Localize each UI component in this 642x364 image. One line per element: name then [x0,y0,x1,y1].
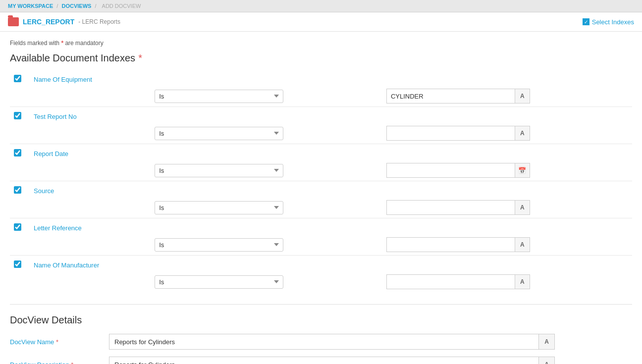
report-name: - LERC Reports [78,18,120,25]
docview-name-label: DocView Name * [10,338,109,346]
value-input-name-of-manufacturer[interactable] [386,274,515,289]
value-cell-name-of-equipment: A [386,89,628,104]
header-bar: LERC_REPORT - LERC Reports ✓ Select Inde… [0,12,642,32]
operator-select-letter-reference[interactable]: IsIs NotContainsStarts WithEnds With [155,238,283,252]
select-indexes-button[interactable]: ✓ Select Indexes [583,18,634,26]
index-label-name-of-manufacturer: Name Of Manufacturer [30,256,151,272]
operator-select-name-of-equipment[interactable]: IsIs NotContainsStarts WithEnds With [155,90,283,103]
index-checkbox-test-report-no[interactable] [14,112,21,119]
operator-select-source[interactable]: IsIs NotContainsStarts WithEnds With [155,201,283,214]
value-input-test-report-no[interactable] [386,126,515,141]
text-btn-name-of-manufacturer[interactable]: A [515,274,530,289]
content-area: Fields marked with * are mandatory Avail… [0,32,642,364]
value-cell-source: A [386,200,628,215]
index-checkbox-source[interactable] [14,186,21,194]
mandatory-note: Fields marked with * are mandatory [10,40,632,47]
index-label-letter-reference: Letter Reference [30,218,151,235]
calendar-btn-report-date[interactable]: 📅 [515,163,530,178]
text-btn-name-of-equipment[interactable]: A [515,89,530,104]
operator-select-test-report-no[interactable]: IsIs NotContainsStarts WithEnds With [155,127,283,140]
title-asterisk: * [138,52,142,64]
value-cell-report-date: 📅 [386,163,628,178]
docview-name-input[interactable] [109,334,539,350]
docview-name-row: DocView Name * A [10,334,632,350]
folder-icon [8,17,19,26]
value-cell-letter-reference: A [386,237,628,252]
value-input-source[interactable] [386,200,515,215]
index-label-row: Report Date [10,144,632,161]
breadcrumb-current: ADD DOCVIEW [102,3,141,9]
breadcrumb-my-workspace[interactable]: MY WORKSPACE [8,3,53,9]
index-label-row: Name Of Equipment [10,70,632,86]
value-input-report-date[interactable] [386,163,515,178]
index-label-row: Name Of Manufacturer [10,256,632,272]
text-btn-source[interactable]: A [515,200,530,215]
docview-name-input-wrap: A [109,334,555,350]
index-label-source: Source [30,181,151,198]
docview-desc-row: DocView Description * A [10,357,632,364]
available-indexes-title: Available Document Indexes * [10,52,632,64]
index-checkbox-report-date[interactable] [14,149,21,156]
value-cell-test-report-no: A [386,126,628,141]
index-input-row: IsIs NotContainsStarts WithEnds With A [10,235,632,256]
value-cell-name-of-manufacturer: A [386,274,628,289]
docview-desc-input[interactable] [109,357,539,364]
operator-select-name-of-manufacturer[interactable]: IsIs NotContainsStarts WithEnds With [155,275,283,289]
index-checkbox-name-of-manufacturer[interactable] [14,260,21,268]
select-indexes-label: Select Indexes [592,18,634,26]
index-checkbox-name-of-equipment[interactable] [14,75,21,82]
index-input-row: IsIs NotContainsStarts WithEnds With 📅 [10,160,632,181]
index-input-row: IsIs NotContainsStarts WithEnds With A [10,86,632,107]
docview-name-btn[interactable]: A [539,334,555,350]
report-id: LERC_REPORT [23,18,74,26]
docview-desc-label: DocView Description * [10,361,109,364]
docview-desc-input-wrap: A [109,357,555,364]
index-input-row: IsIs NotContainsStarts WithEnds With A [10,198,632,218]
index-label-row: Source [10,181,632,198]
value-input-name-of-equipment[interactable] [386,89,515,104]
docview-details-title: DocView Details [10,314,632,326]
index-input-row: IsIs NotContainsStarts WithEnds With A [10,123,632,144]
select-indexes-checkbox[interactable]: ✓ [583,18,589,25]
breadcrumb-docviews[interactable]: DOCVIEWS [61,3,91,9]
text-btn-letter-reference[interactable]: A [515,237,530,252]
index-label-report-date: Report Date [30,144,151,161]
value-input-letter-reference[interactable] [386,237,515,252]
operator-select-report-date[interactable]: IsIs NotContainsStarts WithEnds With [155,164,283,177]
indexes-table: Name Of Equipment IsIs NotContainsStarts… [10,70,632,292]
index-label-row: Test Report No [10,107,632,124]
header-left: LERC_REPORT - LERC Reports [8,17,120,26]
index-checkbox-letter-reference[interactable] [14,223,21,231]
index-label-test-report-no: Test Report No [30,107,151,124]
text-btn-test-report-no[interactable]: A [515,126,530,141]
index-label-row: Letter Reference [10,218,632,235]
breadcrumb: MY WORKSPACE / DOCVIEWS / ADD DOCVIEW [0,0,642,12]
index-input-row: IsIs NotContainsStarts WithEnds With A [10,272,632,292]
section-divider [10,304,632,305]
index-label-name-of-equipment: Name Of Equipment [30,70,151,86]
docview-desc-btn[interactable]: A [539,357,555,364]
